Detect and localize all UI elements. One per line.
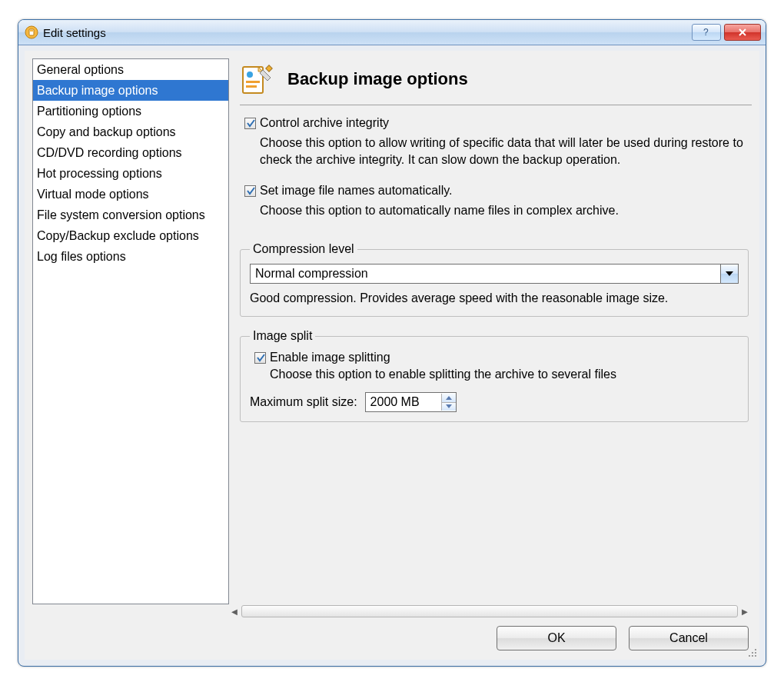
max-split-value[interactable]: 2000 MB [366, 395, 441, 409]
svg-point-18 [749, 655, 750, 657]
enable-split-label[interactable]: Enable image splitting [270, 351, 739, 364]
app-icon [25, 25, 38, 39]
compression-value: Normal compression [251, 267, 720, 281]
compression-fieldset: Compression level Normal compression Goo… [240, 242, 749, 317]
max-split-spinbox[interactable]: 2000 MB [365, 392, 457, 412]
spinbox-arrows [441, 394, 456, 411]
dialog-buttons: OK Cancel [497, 626, 749, 650]
compression-legend: Compression level [250, 242, 357, 256]
titlebar[interactable]: Edit settings ? [18, 20, 766, 45]
cancel-button[interactable]: Cancel [629, 626, 749, 650]
resize-grip-icon[interactable] [746, 647, 757, 657]
ok-button[interactable]: OK [497, 626, 616, 650]
svg-point-15 [755, 649, 756, 650]
client-area: General options Backup image options Par… [25, 51, 759, 660]
dropdown-button[interactable] [720, 264, 738, 283]
svg-point-17 [755, 652, 756, 654]
page-title: Backup image options [287, 69, 468, 89]
auto-names-checkbox[interactable] [244, 185, 256, 197]
sidebar-item-general-options[interactable]: General options [33, 59, 228, 80]
control-archive-option: Control archive integrity Choose this op… [240, 116, 752, 181]
svg-marker-12 [726, 271, 733, 276]
sidebar-item-copy-and-backup-options[interactable]: Copy and backup options [33, 121, 228, 142]
horizontal-scrollbar[interactable]: ◄ ► [228, 604, 752, 618]
svg-text:?: ? [703, 27, 709, 38]
control-archive-checkbox[interactable] [244, 118, 256, 129]
control-archive-label[interactable]: Control archive integrity [260, 116, 752, 130]
svg-rect-11 [266, 65, 272, 72]
spinbox-down[interactable] [442, 402, 456, 411]
svg-point-8 [247, 72, 253, 78]
scroll-left-icon[interactable]: ◄ [228, 606, 241, 617]
split-fieldset: Image split Enable image splitting Choos… [240, 329, 749, 422]
sidebar-item-partitioning-options[interactable]: Partitioning options [33, 101, 228, 121]
sidebar-item-cd-dvd-recording-options[interactable]: CD/DVD recording options [33, 142, 228, 163]
compression-desc: Good compression. Provides average speed… [250, 290, 739, 307]
enable-split-option: Enable image splitting Choose this optio… [250, 351, 739, 383]
svg-rect-10 [246, 85, 257, 88]
svg-point-16 [752, 652, 753, 654]
sidebar[interactable]: General options Backup image options Par… [32, 58, 229, 604]
header-row: Backup image options [240, 58, 752, 100]
svg-marker-13 [446, 396, 452, 400]
svg-point-19 [752, 655, 753, 657]
auto-names-desc: Choose this option to automatically name… [260, 202, 752, 219]
auto-names-label[interactable]: Set image file names automatically. [260, 184, 752, 198]
spinbox-up[interactable] [442, 394, 456, 402]
svg-rect-2 [30, 30, 33, 32]
split-legend: Image split [250, 329, 315, 343]
enable-split-checkbox[interactable] [254, 352, 266, 364]
enable-split-desc: Choose this option to enable splitting t… [270, 366, 739, 383]
main-panel: Backup image options Control archive int… [240, 58, 752, 604]
window-controls: ? [692, 24, 761, 41]
svg-rect-9 [246, 81, 260, 83]
dialog-window: Edit settings ? General options Backup i… [18, 19, 766, 667]
svg-marker-14 [446, 404, 452, 408]
control-archive-desc: Choose this option to allow writing of s… [260, 135, 752, 168]
max-split-row: Maximum split size: 2000 MB [250, 392, 739, 412]
sidebar-item-hot-processing-options[interactable]: Hot processing options [33, 163, 228, 184]
compression-dropdown[interactable]: Normal compression [250, 264, 739, 284]
svg-point-20 [755, 655, 756, 657]
window-title: Edit settings [43, 26, 106, 39]
page-icon [240, 62, 274, 96]
sidebar-item-backup-image-options[interactable]: Backup image options [33, 80, 228, 101]
auto-names-option: Set image file names automatically. Choo… [240, 184, 752, 238]
help-button[interactable]: ? [692, 24, 721, 41]
scroll-right-icon[interactable]: ► [738, 606, 752, 617]
sidebar-item-copy-backup-exclude-options[interactable]: Copy/Backup exclude options [33, 225, 228, 246]
close-button[interactable] [724, 24, 761, 41]
sidebar-item-virtual-mode-options[interactable]: Virtual mode options [33, 184, 228, 205]
scroll-track[interactable] [241, 605, 738, 617]
sidebar-item-file-system-conversion-options[interactable]: File system conversion options [33, 205, 228, 225]
header-separator [240, 105, 752, 105]
sidebar-item-log-files-options[interactable]: Log files options [33, 246, 228, 267]
max-split-label: Maximum split size: [250, 395, 357, 409]
